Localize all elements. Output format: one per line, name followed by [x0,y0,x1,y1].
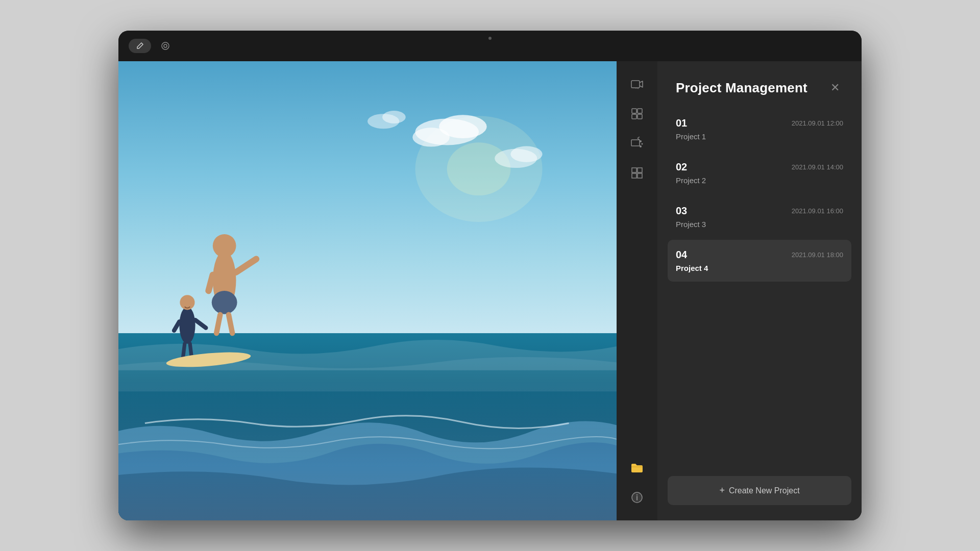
project-item[interactable]: 01 2021.09.01 12:00 Project 1 [668,108,851,150]
svg-rect-42 [638,168,642,172]
svg-rect-30 [638,109,642,113]
svg-rect-27 [631,81,640,88]
edit-button[interactable] [129,39,151,53]
view-button[interactable] [157,38,174,54]
project-date: 2021.09.01 16:00 [792,207,843,215]
svg-line-18 [216,315,220,333]
project-number: 03 [676,205,687,217]
svg-point-4 [447,142,511,195]
svg-rect-37 [631,140,640,146]
svg-point-40 [640,145,642,147]
project-item[interactable]: 03 2021.09.01 16:00 Project 3 [668,196,851,238]
svg-point-38 [640,140,642,142]
main-content: Project Management ✕ 01 2021.09.01 12:00… [118,61,862,520]
svg-rect-41 [632,168,636,172]
sidebar [617,61,657,520]
grid-icon [630,166,644,180]
project-list: 01 2021.09.01 12:00 Project 1 02 2021.09… [657,108,862,466]
effects-icon [630,137,644,150]
project-date: 2021.09.01 14:00 [792,163,843,171]
video-image [118,61,617,520]
svg-point-14 [213,234,236,258]
create-button-label: Create New Project [729,486,800,495]
panel-title: Project Management [676,80,807,96]
sidebar-item-plugins[interactable] [624,101,650,127]
camera-indicator [488,37,492,40]
svg-rect-29 [632,109,636,113]
puzzle-icon [630,107,644,120]
project-number: 01 [676,117,687,129]
sidebar-item-info[interactable] [624,485,650,510]
svg-rect-43 [632,173,636,178]
project-name: Project 2 [676,176,843,185]
sidebar-item-video[interactable] [624,71,650,97]
svg-line-24 [183,344,185,357]
project-name: Project 1 [676,132,843,141]
project-panel: Project Management ✕ 01 2021.09.01 12:00… [657,61,862,520]
svg-line-25 [190,344,191,357]
svg-rect-44 [638,173,642,178]
svg-point-47 [636,494,638,495]
info-icon [630,491,644,504]
svg-point-11 [382,111,406,123]
svg-point-20 [179,307,195,344]
video-preview [118,61,617,520]
project-name: Project 4 [676,264,843,272]
svg-point-1 [164,44,167,47]
scene-svg [118,61,617,520]
plus-icon: + [719,485,725,496]
project-name: Project 3 [676,220,843,229]
edit-icon [136,42,144,50]
svg-point-15 [212,291,237,314]
project-date: 2021.09.01 18:00 [792,251,843,259]
svg-point-9 [510,146,542,162]
folder-icon [630,461,644,475]
sidebar-item-projects[interactable] [624,455,650,481]
panel-header: Project Management ✕ [657,61,862,108]
device-frame: Project Management ✕ 01 2021.09.01 12:00… [118,31,862,520]
create-project-button[interactable]: + Create New Project [668,476,851,505]
project-item[interactable]: 04 2021.09.01 18:00 Project 4 [668,240,851,282]
top-bar [118,31,862,61]
svg-line-19 [229,315,232,333]
project-number: 02 [676,161,687,173]
close-button[interactable]: ✕ [827,80,843,96]
panel-footer: + Create New Project [657,466,862,520]
sidebar-item-effects[interactable] [624,131,650,156]
svg-point-39 [642,143,643,145]
svg-point-7 [412,128,450,146]
eye-icon [160,41,170,51]
project-item[interactable]: 02 2021.09.01 14:00 Project 2 [668,152,851,194]
video-camera-icon [630,78,644,91]
project-date: 2021.09.01 12:00 [792,119,843,127]
svg-rect-31 [632,114,636,119]
svg-line-17 [209,275,213,291]
project-number: 04 [676,249,687,261]
svg-point-0 [162,42,169,49]
svg-rect-32 [638,114,642,119]
sidebar-item-logo[interactable] [624,160,650,186]
